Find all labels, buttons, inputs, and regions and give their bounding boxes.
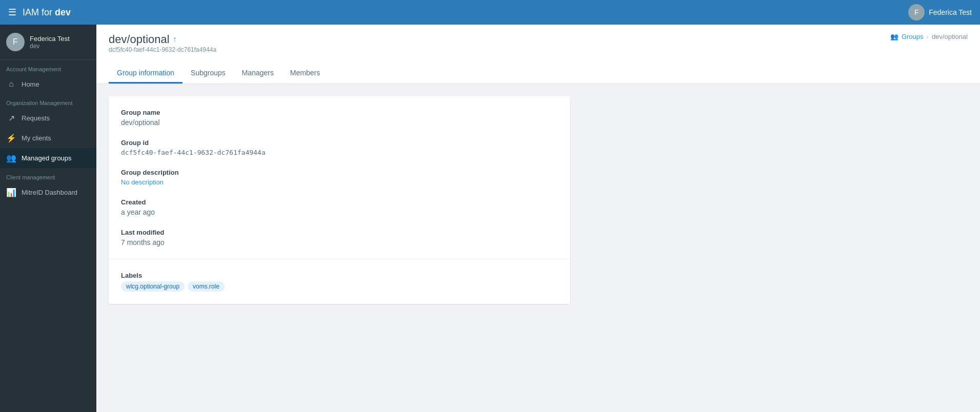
sidebar-item-label-groups: Managed groups xyxy=(22,154,72,162)
group-id-label: Group id xyxy=(121,139,558,147)
created-value: a year ago xyxy=(121,208,558,216)
breadcrumb-separator: › xyxy=(927,33,929,40)
label-chips: wlcg.optional-group voms.role xyxy=(121,281,558,292)
tab-group-information[interactable]: Group information xyxy=(109,64,182,84)
sidebar-item-requests[interactable]: ↗ Requests xyxy=(0,108,96,128)
clients-icon: ⚡ xyxy=(6,133,16,143)
sidebar-section-org: Organization Management xyxy=(0,94,96,108)
page-title: dev/optional ↑ xyxy=(109,33,216,46)
sidebar-item-label-home: Home xyxy=(22,80,39,88)
groups-icon: 👥 xyxy=(6,153,16,163)
page-subtitle: dcf5fc40-faef-44c1-9632-dc761fa4944a xyxy=(109,46,216,53)
labels-label: Labels xyxy=(121,272,558,279)
page-header: dev/optional ↑ dcf5fc40-faef-44c1-9632-d… xyxy=(96,25,980,84)
main-layout: F Federica Test dev Account Management ⌂… xyxy=(0,25,980,412)
sidebar-user-sub: dev xyxy=(30,43,70,50)
breadcrumb-groups-icon: 👥 xyxy=(890,33,899,40)
created-label: Created xyxy=(121,198,558,206)
chip-wlcg: wlcg.optional-group xyxy=(121,281,185,292)
navbar-username: Federica Test xyxy=(929,8,972,16)
sidebar-item-label-requests: Requests xyxy=(22,114,50,122)
page-title-text: dev/optional xyxy=(109,33,170,46)
breadcrumb-groups-link[interactable]: Groups xyxy=(902,33,924,40)
sidebar-avatar: F xyxy=(6,33,25,51)
sidebar-item-mitreid[interactable]: 📊 MitreID Dashboard xyxy=(0,182,96,202)
sidebar-section-client: Client management xyxy=(0,168,96,182)
group-info-card: Group name dev/optional Group id dcf5fc4… xyxy=(109,96,570,304)
sidebar-user-info: Federica Test dev xyxy=(30,35,70,50)
chip-voms: voms.role xyxy=(188,281,224,292)
app-title: IAM for dev xyxy=(23,7,908,18)
group-description-label: Group description xyxy=(121,169,558,176)
field-group-labels: Labels wlcg.optional-group voms.role xyxy=(121,272,558,292)
group-id-value: dcf5fc40-faef-44c1-9632-dc761fa4944a xyxy=(121,149,558,156)
requests-icon: ↗ xyxy=(6,113,16,123)
sidebar-section-account: Account Management xyxy=(0,60,96,74)
divider xyxy=(109,259,570,259)
group-description-value: No description xyxy=(121,178,558,186)
sidebar-item-my-clients[interactable]: ⚡ My clients xyxy=(0,128,96,148)
sidebar-item-managed-groups[interactable]: 👥 Managed groups xyxy=(0,148,96,168)
last-modified-value: 7 months ago xyxy=(121,238,558,246)
group-name-label: Group name xyxy=(121,109,558,116)
breadcrumb-current: dev/optional xyxy=(932,33,968,40)
last-modified-label: Last modified xyxy=(121,229,558,236)
field-group-name: Group name dev/optional xyxy=(121,109,558,127)
tabs: Group information Subgroups Managers Mem… xyxy=(109,64,968,84)
sidebar: F Federica Test dev Account Management ⌂… xyxy=(0,25,96,412)
tab-managers[interactable]: Managers xyxy=(234,64,282,84)
breadcrumb: 👥 Groups › dev/optional xyxy=(890,33,968,40)
field-group-created: Created a year ago xyxy=(121,198,558,216)
main-panel: Group name dev/optional Group id dcf5fc4… xyxy=(96,84,980,316)
content-area: dev/optional ↑ dcf5fc40-faef-44c1-9632-d… xyxy=(96,25,980,412)
navbar: ☰ IAM for dev F Federica Test xyxy=(0,0,980,25)
sidebar-item-label-clients: My clients xyxy=(22,134,51,142)
sidebar-user: F Federica Test dev xyxy=(0,25,96,60)
sidebar-item-home[interactable]: ⌂ Home xyxy=(0,74,96,94)
field-group-description: Group description No description xyxy=(121,169,558,186)
field-group-last-modified: Last modified 7 months ago xyxy=(121,229,558,246)
tab-members[interactable]: Members xyxy=(282,64,328,84)
sidebar-item-label-mitreid: MitreID Dashboard xyxy=(22,189,77,196)
navbar-avatar: F xyxy=(908,4,925,20)
dashboard-icon: 📊 xyxy=(6,188,16,197)
external-link-icon[interactable]: ↑ xyxy=(173,35,177,44)
group-name-value: dev/optional xyxy=(121,118,558,127)
sidebar-username: Federica Test xyxy=(30,35,70,43)
app-title-bold: dev xyxy=(55,7,71,17)
home-icon: ⌂ xyxy=(6,79,16,89)
menu-icon[interactable]: ☰ xyxy=(8,7,16,18)
user-menu[interactable]: F Federica Test xyxy=(908,4,972,20)
field-group-id: Group id dcf5fc40-faef-44c1-9632-dc761fa… xyxy=(121,139,558,156)
tab-subgroups[interactable]: Subgroups xyxy=(182,64,234,84)
